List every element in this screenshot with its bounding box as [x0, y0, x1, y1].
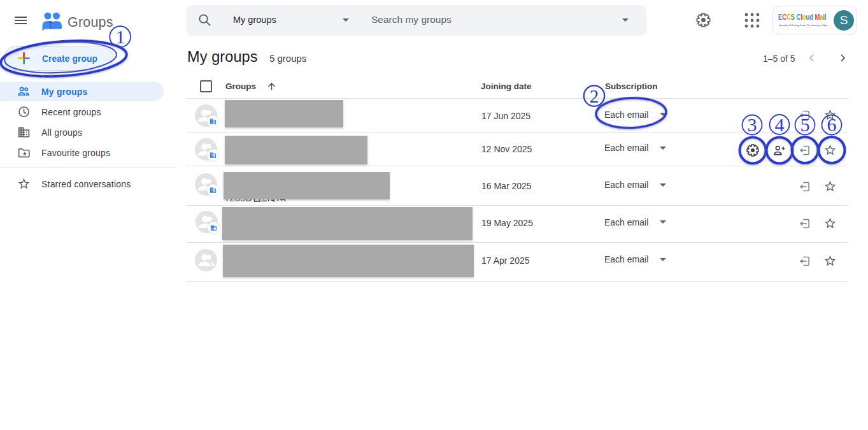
- svg-text:1: 1: [116, 26, 125, 47]
- svg-text:3: 3: [748, 114, 757, 135]
- svg-text:2: 2: [590, 86, 599, 106]
- svg-text:4: 4: [775, 114, 785, 135]
- svg-text:6: 6: [827, 114, 837, 135]
- svg-text:5: 5: [800, 114, 810, 135]
